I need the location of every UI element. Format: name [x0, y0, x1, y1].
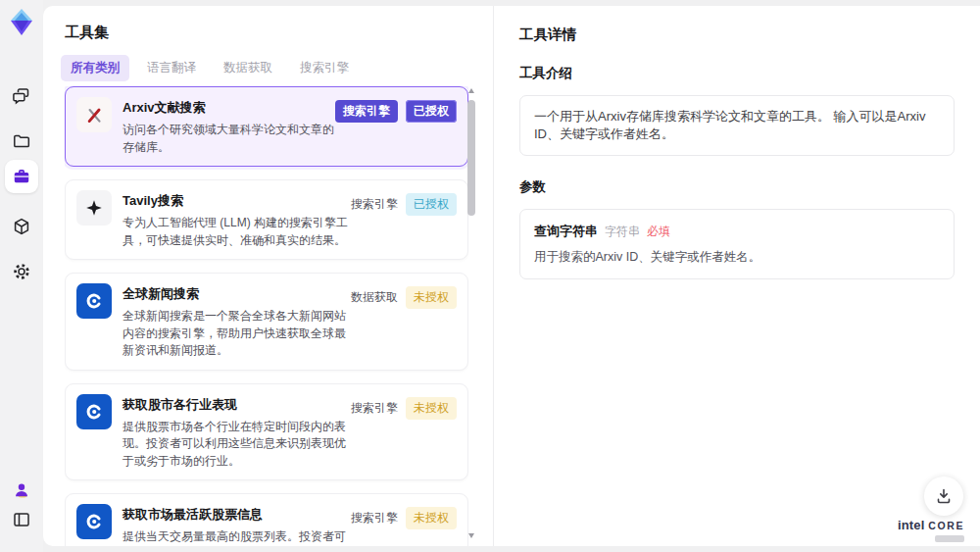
intro-section-title: 工具介绍	[519, 65, 955, 82]
tool-list: Arxiv文献搜索 访问各个研究领域大量科学论文和文章的存储库。 搜索引擎 已授…	[65, 86, 468, 546]
brand-core: CORE	[928, 520, 964, 531]
brand-badge	[935, 535, 964, 542]
auth-status-badge: 已授权	[406, 100, 457, 123]
gear-icon[interactable]	[8, 258, 35, 285]
main-panel: 工具集 所有类别语言翻译数据获取搜索引擎 Arxiv文献搜索 访问各个研究领域大…	[43, 6, 980, 546]
scroll-down-icon[interactable]	[468, 533, 474, 538]
tool-description: 提供股票市场各个行业在特定时间段内的表现。投资者可以利用这些信息来识别表现优于或…	[122, 419, 351, 471]
tool-card[interactable]: Tavily搜索 专为人工智能代理 (LLM) 构建的搜索引擎工具，可快速提供实…	[65, 179, 468, 260]
folder-icon[interactable]	[8, 127, 35, 155]
tab-数据获取[interactable]: 数据获取	[214, 55, 282, 81]
tool-card[interactable]: 获取市场最活跃股票信息 提供当天交易量最高的股票列表。投资者可以利用这些信息来识…	[65, 493, 468, 546]
tool-card[interactable]: Arxiv文献搜索 访问各个研究领域大量科学论文和文章的存储库。 搜索引擎 已授…	[65, 86, 468, 167]
chat-icon[interactable]	[8, 82, 35, 110]
auth-status-badge: 未授权	[406, 286, 457, 309]
arxiv-icon	[76, 97, 112, 132]
brand-intel: intel	[898, 518, 925, 532]
tool-card[interactable]: 获取股市各行业表现 提供股票市场各个行业在特定时间段内的表现。投资者可以利用这些…	[65, 383, 468, 481]
scrollbar-thumb[interactable]	[467, 100, 475, 216]
tool-intro-text: 一个用于从Arxiv存储库搜索科学论文和文章的工具。 输入可以是Arxiv ID…	[519, 95, 955, 156]
category-tag: 搜索引擎	[335, 100, 398, 123]
panel-toggle-icon[interactable]	[8, 506, 35, 533]
auth-status-badge: 未授权	[406, 507, 457, 529]
parameter-type: 字符串	[605, 224, 640, 240]
toolbox-icon[interactable]	[8, 163, 35, 190]
category-tabs: 所有类别语言翻译数据获取搜索引擎	[61, 55, 359, 81]
parameter-card: 查询字符串 字符串 必填 用于搜索的Arxiv ID、关键字或作者姓名。	[519, 209, 955, 279]
tool-name: Tavily搜索	[122, 192, 351, 210]
tool-description: 专为人工智能代理 (LLM) 构建的搜索引擎工具，可快速提供实时、准确和真实的结…	[122, 215, 351, 249]
tavily-icon	[76, 190, 112, 226]
app-window: 工具集 所有类别语言翻译数据获取搜索引擎 Arxiv文献搜索 访问各个研究领域大…	[0, 0, 980, 552]
scroll-up-icon[interactable]	[468, 88, 474, 93]
scrollbar[interactable]	[467, 88, 476, 538]
tool-name: 全球新闻搜索	[122, 285, 351, 303]
tab-搜索引擎[interactable]: 搜索引擎	[290, 55, 359, 81]
tool-description: 访问各个研究领域大量科学论文和文章的存储库。	[122, 122, 335, 156]
tool-name: 获取股市各行业表现	[122, 396, 351, 414]
tool-name: 获取市场最活跃股票信息	[122, 506, 351, 524]
nav-rail	[0, 0, 43, 552]
news-blue-icon	[76, 394, 112, 429]
parameter-description: 用于搜索的Arxiv ID、关键字或作者姓名。	[534, 249, 940, 266]
params-section-title: 参数	[519, 178, 955, 196]
parameter-name: 查询字符串	[534, 223, 598, 240]
category-tag: 数据获取	[351, 286, 398, 309]
tool-detail-panel: 工具详情 工具介绍 一个用于从Arxiv存储库搜索科学论文和文章的工具。 输入可…	[493, 6, 980, 546]
app-logo-icon	[8, 8, 35, 37]
news-blue-icon	[76, 283, 112, 319]
category-tag: 搜索引擎	[351, 193, 398, 216]
user-icon[interactable]	[8, 477, 35, 504]
news-blue-icon	[76, 504, 112, 539]
auth-status-badge: 未授权	[406, 397, 457, 420]
tab-语言翻译[interactable]: 语言翻译	[137, 55, 206, 81]
cube-icon[interactable]	[8, 213, 35, 240]
detail-title: 工具详情	[519, 25, 955, 44]
category-tag: 搜索引擎	[351, 397, 398, 420]
required-badge: 必填	[647, 224, 670, 240]
category-tag: 搜索引擎	[351, 507, 398, 529]
tool-card[interactable]: 全球新闻搜索 全球新闻搜索是一个聚合全球各大新闻网站内容的搜索引擎，帮助用户快速…	[65, 273, 468, 371]
auth-status-badge: 已授权	[406, 193, 457, 216]
download-button[interactable]	[924, 477, 963, 516]
intel-core-logo: intel CORE	[898, 518, 964, 542]
tab-所有类别[interactable]: 所有类别	[61, 55, 129, 81]
page-title: 工具集	[65, 24, 109, 42]
tool-description: 提供当天交易量最高的股票列表。投资者可以利用这些信息来识别流动性强的股票和潜在的…	[122, 528, 351, 546]
tool-name: Arxiv文献搜索	[122, 99, 335, 117]
tool-description: 全球新闻搜索是一个聚合全球各大新闻网站内容的搜索引擎，帮助用户快速获取全球最新资…	[122, 308, 351, 360]
